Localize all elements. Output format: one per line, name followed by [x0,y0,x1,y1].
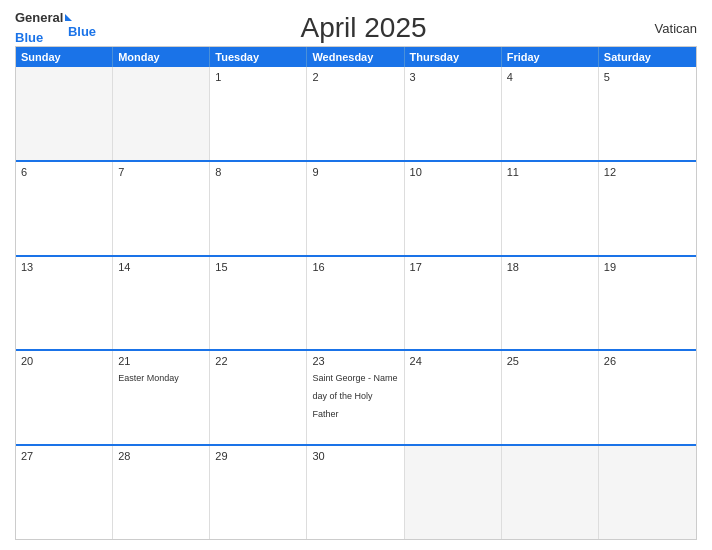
day-cell: 16 [307,257,404,350]
header-sunday: Sunday [16,47,113,67]
day-cell: 12 [599,162,696,255]
header-saturday: Saturday [599,47,696,67]
day-cell: 29 [210,446,307,539]
header-tuesday: Tuesday [210,47,307,67]
day-headers-row: Sunday Monday Tuesday Wednesday Thursday… [16,47,696,67]
calendar-title: April 2025 [300,12,426,44]
day-cell: 10 [405,162,502,255]
header-friday: Friday [502,47,599,67]
day-cell-saint-george: 23 Saint George - Name day of the Holy F… [307,351,404,444]
day-cell: 3 [405,67,502,160]
day-cell: 14 [113,257,210,350]
day-cell: 13 [16,257,113,350]
logo-general-text: General [15,10,63,25]
day-cell: 20 [16,351,113,444]
day-cell: 26 [599,351,696,444]
day-cell: 9 [307,162,404,255]
logo: GeneralBlue [15,10,72,46]
day-cell: 6 [16,162,113,255]
header-monday: Monday [113,47,210,67]
day-cell [16,67,113,160]
day-cell: 27 [16,446,113,539]
page: GeneralBlue April 2025 Vatican General B… [0,0,712,550]
day-cell: 15 [210,257,307,350]
week-5: 27 28 29 30 [16,444,696,539]
day-cell-easter-monday: 21 Easter Monday [113,351,210,444]
week-1: 1 2 3 4 5 [16,67,696,160]
logo-triangle-icon [65,14,72,21]
day-cell: 8 [210,162,307,255]
day-cell: 19 [599,257,696,350]
day-cell: 4 [502,67,599,160]
calendar-weeks: 1 2 3 4 5 6 7 8 9 10 11 12 13 14 15 [16,67,696,539]
day-cell: 25 [502,351,599,444]
day-cell: 7 [113,162,210,255]
day-cell [113,67,210,160]
day-cell: 2 [307,67,404,160]
header: GeneralBlue April 2025 Vatican [15,10,697,46]
day-cell [405,446,502,539]
week-3: 13 14 15 16 17 18 19 [16,255,696,350]
header-thursday: Thursday [405,47,502,67]
day-cell: 24 [405,351,502,444]
week-4: 20 21 Easter Monday 22 23 Saint George -… [16,349,696,444]
day-cell [599,446,696,539]
day-cell: 30 [307,446,404,539]
header-wednesday: Wednesday [307,47,404,67]
country-label: Vatican [655,21,697,36]
week-2: 6 7 8 9 10 11 12 [16,160,696,255]
calendar: Sunday Monday Tuesday Wednesday Thursday… [15,46,697,540]
day-cell: 22 [210,351,307,444]
logo-blue-text: Blue [15,30,43,45]
event-easter-monday: Easter Monday [118,373,179,383]
day-cell [502,446,599,539]
day-cell: 1 [210,67,307,160]
day-cell: 17 [405,257,502,350]
event-saint-george: Saint George - Name day of the Holy Fath… [312,373,397,419]
day-cell: 11 [502,162,599,255]
day-cell: 28 [113,446,210,539]
day-cell: 5 [599,67,696,160]
day-cell: 18 [502,257,599,350]
